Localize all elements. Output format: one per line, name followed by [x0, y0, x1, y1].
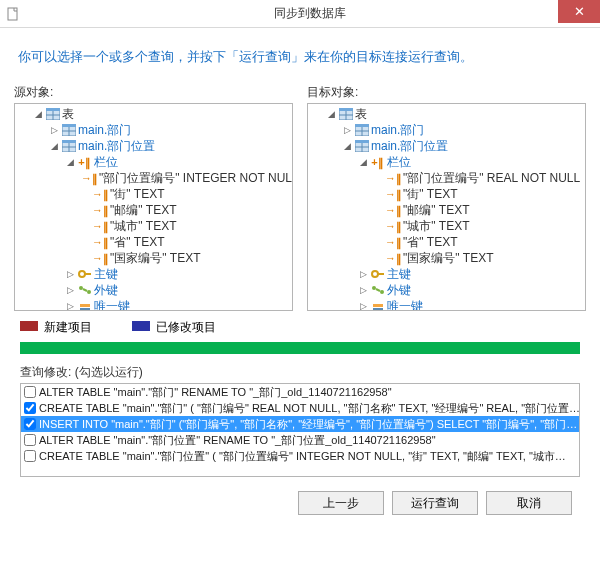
- collapse-icon[interactable]: ◢: [326, 109, 337, 120]
- svg-rect-33: [377, 273, 384, 275]
- svg-rect-21: [339, 108, 353, 111]
- tree-subitem[interactable]: ▷主键: [15, 266, 292, 282]
- query-sql: ALTER TABLE "main"."部门" RENAME TO "_部门_o…: [39, 385, 392, 400]
- column-icon: →‖: [387, 251, 401, 265]
- query-row[interactable]: INSERT INTO "main"."部门" ("部门编号", "部门名称",…: [21, 416, 579, 432]
- query-row[interactable]: ALTER TABLE "main"."部门" RENAME TO "_部门_o…: [21, 384, 579, 400]
- svg-rect-38: [373, 308, 383, 310]
- query-checkbox[interactable]: [24, 450, 36, 462]
- column-icon: →‖: [94, 235, 108, 249]
- document-icon: [6, 7, 20, 21]
- tree-subitem[interactable]: ▷外键: [308, 282, 585, 298]
- query-checkbox[interactable]: [24, 386, 36, 398]
- table-icon: [46, 107, 60, 121]
- expand-icon[interactable]: ▷: [65, 285, 76, 296]
- expand-icon[interactable]: ◢: [342, 141, 353, 152]
- tree-columns-group[interactable]: ◢+‖栏位: [308, 154, 585, 170]
- key-icon: [78, 267, 92, 281]
- tree-column[interactable]: →‖"街" TEXT: [308, 186, 585, 202]
- close-icon: ✕: [574, 4, 585, 19]
- tree-root[interactable]: ◢表: [308, 106, 585, 122]
- expand-icon[interactable]: ▷: [65, 301, 76, 312]
- tree-column[interactable]: →‖"城市" TEXT: [308, 218, 585, 234]
- query-sql: INSERT INTO "main"."部门" ("部门编号", "部门名称",…: [39, 417, 577, 432]
- tree-item[interactable]: ◢main.部门位置: [308, 138, 585, 154]
- expand-icon[interactable]: ◢: [49, 141, 60, 152]
- query-checkbox[interactable]: [24, 418, 36, 430]
- window-title: 同步到数据库: [20, 5, 600, 22]
- column-icon: →‖: [83, 171, 97, 185]
- table-icon: [62, 139, 76, 153]
- source-tree[interactable]: ◢表▷main.部门◢main.部门位置◢+‖栏位→‖"部门位置编号" INTE…: [14, 103, 293, 311]
- query-row[interactable]: CREATE TABLE "main"."部门位置" ( "部门位置编号" IN…: [21, 448, 579, 464]
- query-sql: CREATE TABLE "main"."部门位置" ( "部门位置编号" IN…: [39, 449, 566, 464]
- swatch-blue-icon: [132, 321, 150, 331]
- tree-column[interactable]: →‖"城市" TEXT: [15, 218, 292, 234]
- tree-item[interactable]: ▷main.部门: [15, 122, 292, 138]
- run-query-button[interactable]: 运行查询: [392, 491, 478, 515]
- swatch-red-icon: [20, 321, 38, 331]
- legend-new: 新建项目: [20, 319, 92, 336]
- column-icon: →‖: [94, 251, 108, 265]
- tree-column[interactable]: →‖"部门位置编号" REAL NOT NULL: [308, 170, 585, 186]
- expand-icon[interactable]: ▷: [358, 269, 369, 280]
- query-sql: ALTER TABLE "main"."部门位置" RENAME TO "_部门…: [39, 433, 436, 448]
- tree-subitem[interactable]: ▷唯一键: [15, 298, 292, 311]
- svg-rect-0: [8, 8, 17, 20]
- svg-rect-19: [80, 308, 90, 310]
- column-icon: →‖: [94, 203, 108, 217]
- tree-column[interactable]: →‖"国家编号" TEXT: [15, 250, 292, 266]
- back-button[interactable]: 上一步: [298, 491, 384, 515]
- target-tree[interactable]: ◢表▷main.部门◢main.部门位置◢+‖栏位→‖"部门位置编号" REAL…: [307, 103, 586, 311]
- svg-rect-37: [373, 304, 383, 307]
- column-group-icon: +‖: [371, 155, 385, 169]
- tree-subitem[interactable]: ▷外键: [15, 282, 292, 298]
- query-checkbox[interactable]: [24, 434, 36, 446]
- expand-icon[interactable]: ▷: [358, 301, 369, 312]
- tree-root[interactable]: ◢表: [15, 106, 292, 122]
- tree-subitem[interactable]: ▷主键: [308, 266, 585, 282]
- table-icon: [62, 123, 76, 137]
- collapse-icon[interactable]: ◢: [33, 109, 44, 120]
- expand-icon[interactable]: ▷: [358, 285, 369, 296]
- cancel-button[interactable]: 取消: [486, 491, 572, 515]
- tree-column[interactable]: →‖"国家编号" TEXT: [308, 250, 585, 266]
- column-icon: →‖: [387, 203, 401, 217]
- titlebar: 同步到数据库 ✕: [0, 0, 600, 28]
- table-icon: [355, 123, 369, 137]
- column-icon: →‖: [94, 187, 108, 201]
- close-button[interactable]: ✕: [558, 0, 600, 23]
- svg-rect-6: [62, 124, 76, 127]
- tree-columns-group[interactable]: ◢+‖栏位: [15, 154, 292, 170]
- query-section-label: 查询修改: (勾选以运行): [20, 364, 580, 381]
- tree-column[interactable]: →‖"街" TEXT: [15, 186, 292, 202]
- collapse-icon[interactable]: ◢: [65, 157, 76, 168]
- svg-rect-10: [62, 140, 76, 143]
- column-icon: →‖: [94, 219, 108, 233]
- query-checkbox[interactable]: [24, 402, 36, 414]
- query-list[interactable]: ALTER TABLE "main"."部门" RENAME TO "_部门_o…: [20, 383, 580, 477]
- tree-column[interactable]: →‖"省" TEXT: [15, 234, 292, 250]
- svg-point-16: [87, 290, 91, 294]
- tree-column[interactable]: →‖"邮编" TEXT: [308, 202, 585, 218]
- collapse-icon[interactable]: ◢: [358, 157, 369, 168]
- query-sql: CREATE TABLE "main"."部门" ( "部门编号" REAL N…: [39, 401, 580, 416]
- expand-icon[interactable]: ▷: [49, 125, 60, 136]
- unique-key-icon: [78, 299, 92, 311]
- column-icon: →‖: [387, 219, 401, 233]
- tree-column[interactable]: →‖"邮编" TEXT: [15, 202, 292, 218]
- expand-icon[interactable]: ▷: [65, 269, 76, 280]
- query-row[interactable]: ALTER TABLE "main"."部门位置" RENAME TO "_部门…: [21, 432, 579, 448]
- expand-icon[interactable]: ▷: [342, 125, 353, 136]
- tree-item[interactable]: ◢main.部门位置: [15, 138, 292, 154]
- svg-point-35: [380, 290, 384, 294]
- foreign-key-icon: [371, 283, 385, 297]
- query-row[interactable]: CREATE TABLE "main"."部门" ( "部门编号" REAL N…: [21, 400, 579, 416]
- tree-item[interactable]: ▷main.部门: [308, 122, 585, 138]
- svg-point-34: [372, 286, 376, 290]
- tree-column[interactable]: →‖"省" TEXT: [308, 234, 585, 250]
- tree-subitem[interactable]: ▷唯一键: [308, 298, 585, 311]
- tree-column[interactable]: →‖"部门位置编号" INTEGER NOT NULL: [15, 170, 292, 186]
- progress-bar: [20, 342, 580, 354]
- svg-rect-2: [46, 108, 60, 111]
